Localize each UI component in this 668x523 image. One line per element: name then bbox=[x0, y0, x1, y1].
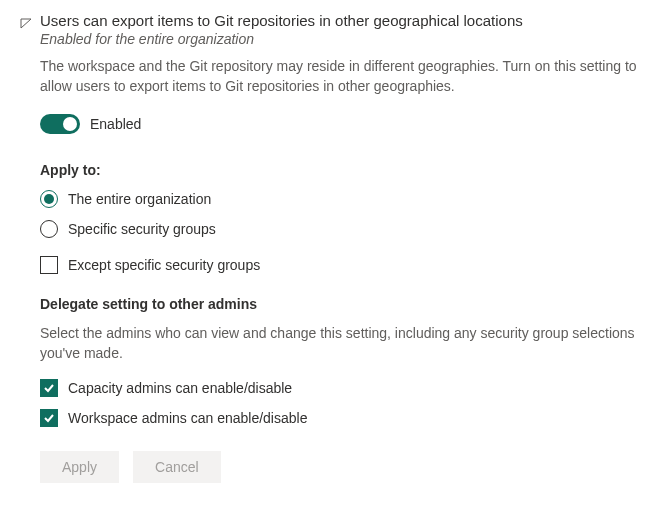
checkbox-capacity-admins[interactable] bbox=[40, 379, 58, 397]
radio-specific-groups-label: Specific security groups bbox=[68, 221, 216, 237]
apply-to-heading: Apply to: bbox=[40, 162, 648, 178]
checkbox-except-groups-label: Except specific security groups bbox=[68, 257, 260, 273]
delegate-heading: Delegate setting to other admins bbox=[40, 296, 648, 312]
apply-button[interactable]: Apply bbox=[40, 451, 119, 483]
enabled-toggle[interactable] bbox=[40, 114, 80, 134]
setting-title: Users can export items to Git repositori… bbox=[40, 12, 648, 29]
cancel-button[interactable]: Cancel bbox=[133, 451, 221, 483]
radio-entire-organization[interactable] bbox=[40, 190, 58, 208]
setting-subtitle: Enabled for the entire organization bbox=[40, 31, 648, 47]
collapse-icon[interactable] bbox=[20, 17, 32, 29]
checkbox-workspace-admins[interactable] bbox=[40, 409, 58, 427]
checkbox-capacity-admins-label: Capacity admins can enable/disable bbox=[68, 380, 292, 396]
delegate-description: Select the admins who can view and chang… bbox=[40, 324, 648, 363]
setting-description: The workspace and the Git repository may… bbox=[40, 57, 648, 96]
enabled-toggle-label: Enabled bbox=[90, 116, 141, 132]
radio-specific-groups[interactable] bbox=[40, 220, 58, 238]
checkbox-except-groups[interactable] bbox=[40, 256, 58, 274]
checkbox-workspace-admins-label: Workspace admins can enable/disable bbox=[68, 410, 307, 426]
radio-entire-organization-label: The entire organization bbox=[68, 191, 211, 207]
